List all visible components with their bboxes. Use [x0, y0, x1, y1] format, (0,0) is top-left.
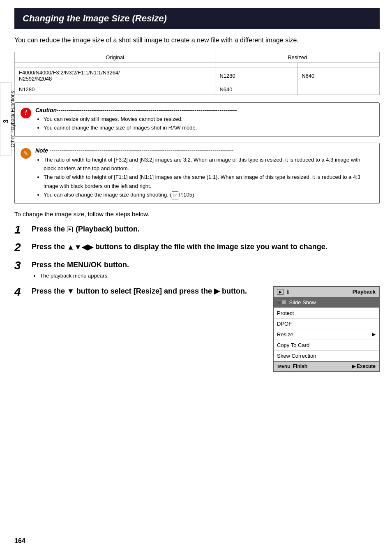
table-cell-original-1: F4000/N4000/F3:2/N3:2/F1:1/N1:1/N3264/N2…: [15, 67, 215, 84]
menu-info-icon: ℹ: [287, 289, 289, 295]
step-number-2: 2: [14, 242, 28, 253]
step-number-1: 1: [14, 224, 28, 236]
caution-list: You can resize only still images. Movies…: [44, 115, 237, 132]
caution-icon: !: [21, 108, 31, 118]
table-subheader-original: [15, 63, 215, 67]
note-item-2: The ratio of width to height of [F1:1] a…: [44, 173, 374, 190]
menu-header-title: Playback: [353, 289, 376, 295]
page-title: Changing the Image Size (Resize): [14, 8, 380, 29]
note-content: Note -----------------------------------…: [35, 147, 374, 199]
table-subheader-n1280: [215, 63, 297, 67]
menu-footer: MENU Finish ▶ Execute: [274, 361, 379, 371]
menu-header-icons: ▶ ℹ: [277, 289, 289, 295]
menu-item-copy-to-card-label: Copy To Card: [277, 342, 309, 348]
step-number-4: 4: [14, 286, 28, 298]
caution-box: ! Caution-------------------------------…: [14, 102, 380, 137]
table-cell-n640-2: [297, 84, 380, 95]
resize-table: Original Resized F4000/N4000/F3:2/N3:2/F…: [14, 52, 380, 95]
step-title-1: Press the (Playback) button.: [32, 224, 380, 234]
menu-item-skew-label: Skew Correction: [277, 353, 316, 359]
note-title: Note -----------------------------------…: [35, 147, 374, 154]
intro-text: You can reduce the image size of a shot …: [14, 35, 380, 45]
tab-text: Other Playback Functions: [10, 91, 16, 147]
step-content-2: Press the ▲▼◀▶ buttons to display the fi…: [32, 242, 380, 254]
step-number-3: 3: [14, 260, 28, 271]
menu-image: ▶ ℹ Playback Slide Show: [273, 286, 380, 372]
menu-item-copy-to-card: Copy To Card: [274, 340, 379, 351]
menu-footer-finish: MENU Finish: [277, 363, 307, 369]
table-cell-n640-1: N640: [297, 67, 380, 84]
menu-item-slideshow: Slide Show: [274, 297, 379, 308]
step-content-1: Press the (Playback) button.: [32, 224, 380, 236]
menu-item-dpof: DPOF: [274, 319, 379, 329]
menu-item-skew-correction: Skew Correction: [274, 351, 379, 361]
side-tab: 3 Other Playback Functions: [0, 82, 12, 156]
note-list: The ratio of width to height of [F3:2] a…: [44, 155, 374, 199]
menu-key: MENU: [277, 364, 291, 369]
step-2: 2 Press the ▲▼◀▶ buttons to display the …: [14, 242, 380, 254]
menu-item-slideshow-label: Slide Show: [277, 299, 316, 305]
menu-item-resize: Resize ▶: [274, 329, 379, 340]
note-item-3: You can also change the image size durin…: [44, 190, 374, 199]
note-item-1: The ratio of width to height of [F3:2] a…: [44, 155, 374, 173]
step-4-container: 4 Press the ▼ button to select [Resize] …: [14, 286, 380, 372]
menu-item-protect-label: Protect: [277, 310, 294, 316]
menu-playback-icon: ▶: [277, 289, 284, 295]
menu-item-protect: Protect: [274, 308, 379, 319]
step-content-4: Press the ▼ button to select [Resize] an…: [32, 286, 266, 298]
step-3-bullet-1: The playback menu appears.: [40, 272, 380, 280]
menu-footer-execute: ▶ Execute: [352, 363, 376, 369]
tab-number: 3: [2, 119, 10, 123]
step-1: 1 Press the (Playback) button.: [14, 224, 380, 236]
table-cell-original-2: N1280: [15, 84, 215, 95]
step-title-2: Press the ▲▼◀▶ buttons to display the fi…: [32, 242, 380, 252]
menu-mockup: ▶ ℹ Playback Slide Show: [273, 286, 380, 372]
menu-item-resize-label: Resize: [277, 331, 293, 338]
step-3-bullets: The playback menu appears.: [40, 272, 380, 280]
table-subheader-n640: [297, 63, 380, 67]
caution-content: Caution---------------------------------…: [35, 107, 237, 132]
menu-header: ▶ ℹ Playback: [274, 287, 379, 297]
slide-icon: [277, 300, 286, 304]
note-box: ✎ Note ---------------------------------…: [14, 143, 380, 204]
table-header-resized: Resized: [215, 52, 380, 63]
page-number: 164: [14, 537, 25, 545]
note-icon: ✎: [21, 148, 31, 159]
table-cell-n1280-2: N640: [215, 84, 297, 95]
table-header-original: Original: [15, 52, 215, 63]
menu-item-dpof-label: DPOF: [277, 321, 292, 327]
step-3: 3 Press the MENU/OK button. The playback…: [14, 260, 380, 280]
playback-icon: [67, 227, 73, 232]
step-content-3: Press the MENU/OK button. The playback m…: [32, 260, 380, 280]
caution-title: Caution---------------------------------…: [35, 107, 237, 113]
steps-intro: To change the image size, follow the ste…: [14, 211, 380, 217]
arrows-symbol: ▲▼◀▶: [67, 243, 93, 251]
table-row: F4000/N4000/F3:2/N3:2/F1:1/N1:1/N3264/N2…: [15, 67, 380, 84]
caution-item-1: You can resize only still images. Movies…: [44, 115, 237, 124]
menu-item-resize-arrow: ▶: [372, 331, 376, 337]
table-cell-n1280-1: N1280: [215, 67, 297, 84]
caution-item-2: You cannot change the image size of imag…: [44, 124, 237, 132]
step-title-4: Press the ▼ button to select [Resize] an…: [32, 286, 266, 296]
table-row: N1280 N640: [15, 84, 380, 95]
step-title-3: Press the MENU/OK button.: [32, 260, 380, 270]
